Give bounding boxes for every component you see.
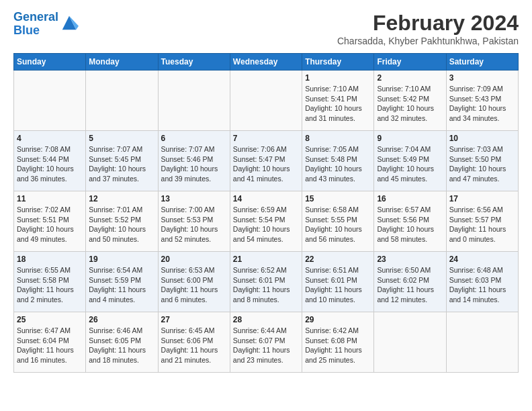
day-cell: 28Sunrise: 6:44 AM Sunset: 6:07 PM Dayli… (230, 312, 302, 373)
day-cell: 12Sunrise: 7:01 AM Sunset: 5:52 PM Dayli… (86, 191, 158, 252)
week-row-2: 4Sunrise: 7:08 AM Sunset: 5:44 PM Daylig… (14, 131, 519, 191)
day-number: 22 (305, 255, 371, 264)
day-info: Sunrise: 6:57 AM Sunset: 5:56 PM Dayligh… (377, 205, 443, 244)
day-number: 11 (17, 194, 83, 203)
day-info: Sunrise: 7:03 AM Sunset: 5:50 PM Dayligh… (449, 144, 515, 184)
day-cell: 6Sunrise: 7:07 AM Sunset: 5:46 PM Daylig… (158, 131, 230, 191)
day-cell (446, 312, 518, 373)
day-number: 29 (305, 315, 371, 324)
day-number: 7 (233, 134, 299, 143)
day-cell: 9Sunrise: 7:04 AM Sunset: 5:49 PM Daylig… (374, 131, 446, 191)
day-info: Sunrise: 7:01 AM Sunset: 5:52 PM Dayligh… (89, 205, 154, 244)
week-row-4: 18Sunrise: 6:55 AM Sunset: 5:58 PM Dayli… (14, 252, 519, 312)
column-header-saturday: Saturday (446, 54, 518, 71)
logo-icon (60, 13, 79, 32)
day-cell: 21Sunrise: 6:52 AM Sunset: 6:01 PM Dayli… (230, 252, 302, 312)
day-info: Sunrise: 6:56 AM Sunset: 5:57 PM Dayligh… (449, 205, 515, 244)
day-number: 20 (161, 255, 227, 264)
column-header-thursday: Thursday (302, 54, 374, 71)
logo: GeneralBlue (13, 11, 79, 38)
day-number: 8 (305, 134, 371, 143)
day-cell: 29Sunrise: 6:42 AM Sunset: 6:08 PM Dayli… (302, 312, 374, 373)
column-header-friday: Friday (374, 54, 446, 71)
day-number: 19 (89, 255, 154, 264)
column-header-sunday: Sunday (14, 54, 86, 71)
day-info: Sunrise: 7:04 AM Sunset: 5:49 PM Dayligh… (377, 144, 443, 184)
week-row-5: 25Sunrise: 6:47 AM Sunset: 6:04 PM Dayli… (14, 312, 519, 373)
day-number: 15 (305, 194, 371, 203)
day-number: 17 (449, 194, 515, 203)
week-row-3: 11Sunrise: 7:02 AM Sunset: 5:51 PM Dayli… (14, 191, 519, 252)
day-info: Sunrise: 6:54 AM Sunset: 5:59 PM Dayligh… (89, 265, 154, 305)
day-cell: 18Sunrise: 6:55 AM Sunset: 5:58 PM Dayli… (14, 252, 86, 312)
day-number: 28 (233, 315, 299, 324)
day-cell: 25Sunrise: 6:47 AM Sunset: 6:04 PM Dayli… (14, 312, 86, 373)
day-number: 10 (449, 134, 515, 143)
day-cell: 8Sunrise: 7:05 AM Sunset: 5:48 PM Daylig… (302, 131, 374, 191)
day-info: Sunrise: 6:51 AM Sunset: 6:01 PM Dayligh… (305, 265, 371, 305)
day-info: Sunrise: 6:58 AM Sunset: 5:55 PM Dayligh… (305, 205, 371, 244)
day-info: Sunrise: 6:50 AM Sunset: 6:02 PM Dayligh… (377, 265, 443, 305)
day-info: Sunrise: 6:42 AM Sunset: 6:08 PM Dayligh… (305, 326, 371, 365)
day-number: 16 (377, 194, 443, 203)
day-number: 13 (161, 194, 227, 203)
day-number: 2 (377, 73, 443, 83)
day-cell: 16Sunrise: 6:57 AM Sunset: 5:56 PM Dayli… (374, 191, 446, 252)
day-cell: 4Sunrise: 7:08 AM Sunset: 5:44 PM Daylig… (14, 131, 86, 191)
day-info: Sunrise: 7:02 AM Sunset: 5:51 PM Dayligh… (17, 205, 83, 244)
day-info: Sunrise: 6:53 AM Sunset: 6:00 PM Dayligh… (161, 265, 227, 305)
day-number: 26 (89, 315, 154, 324)
day-cell (374, 312, 446, 373)
day-cell (86, 71, 158, 131)
calendar-title: February 2024 (337, 11, 519, 36)
day-cell: 7Sunrise: 7:06 AM Sunset: 5:47 PM Daylig… (230, 131, 302, 191)
day-cell: 26Sunrise: 6:46 AM Sunset: 6:05 PM Dayli… (86, 312, 158, 373)
day-info: Sunrise: 7:06 AM Sunset: 5:47 PM Dayligh… (233, 144, 299, 184)
day-cell: 17Sunrise: 6:56 AM Sunset: 5:57 PM Dayli… (446, 191, 518, 252)
calendar-subtitle: Charsadda, Khyber Pakhtunkhwa, Pakistan (337, 36, 519, 46)
day-info: Sunrise: 7:09 AM Sunset: 5:43 PM Dayligh… (449, 84, 515, 124)
day-info: Sunrise: 6:59 AM Sunset: 5:54 PM Dayligh… (233, 205, 299, 244)
day-number: 27 (161, 315, 227, 324)
day-info: Sunrise: 6:55 AM Sunset: 5:58 PM Dayligh… (17, 265, 83, 305)
day-cell: 10Sunrise: 7:03 AM Sunset: 5:50 PM Dayli… (446, 131, 518, 191)
day-info: Sunrise: 6:48 AM Sunset: 6:03 PM Dayligh… (449, 265, 515, 305)
day-cell: 19Sunrise: 6:54 AM Sunset: 5:59 PM Dayli… (86, 252, 158, 312)
title-block: February 2024 Charsadda, Khyber Pakhtunk… (337, 11, 519, 46)
day-info: Sunrise: 7:00 AM Sunset: 5:53 PM Dayligh… (161, 205, 227, 244)
day-cell: 2Sunrise: 7:10 AM Sunset: 5:42 PM Daylig… (374, 71, 446, 131)
day-number: 6 (161, 134, 227, 143)
day-info: Sunrise: 7:08 AM Sunset: 5:44 PM Dayligh… (17, 144, 83, 184)
day-info: Sunrise: 6:46 AM Sunset: 6:05 PM Dayligh… (89, 326, 154, 365)
day-cell: 13Sunrise: 7:00 AM Sunset: 5:53 PM Dayli… (158, 191, 230, 252)
day-number: 14 (233, 194, 299, 203)
day-cell: 24Sunrise: 6:48 AM Sunset: 6:03 PM Dayli… (446, 252, 518, 312)
day-number: 9 (377, 134, 443, 143)
column-header-wednesday: Wednesday (230, 54, 302, 71)
day-info: Sunrise: 6:47 AM Sunset: 6:04 PM Dayligh… (17, 326, 83, 365)
day-cell: 23Sunrise: 6:50 AM Sunset: 6:02 PM Dayli… (374, 252, 446, 312)
day-info: Sunrise: 7:07 AM Sunset: 5:46 PM Dayligh… (161, 144, 227, 184)
day-info: Sunrise: 6:44 AM Sunset: 6:07 PM Dayligh… (233, 326, 299, 365)
day-info: Sunrise: 6:45 AM Sunset: 6:06 PM Dayligh… (161, 326, 227, 365)
day-cell (230, 71, 302, 131)
day-info: Sunrise: 7:07 AM Sunset: 5:45 PM Dayligh… (89, 144, 154, 184)
calendar-body: 1Sunrise: 7:10 AM Sunset: 5:41 PM Daylig… (14, 71, 519, 373)
day-number: 1 (305, 73, 371, 83)
day-cell: 3Sunrise: 7:09 AM Sunset: 5:43 PM Daylig… (446, 71, 518, 131)
day-info: Sunrise: 7:05 AM Sunset: 5:48 PM Dayligh… (305, 144, 371, 184)
day-cell: 20Sunrise: 6:53 AM Sunset: 6:00 PM Dayli… (158, 252, 230, 312)
day-cell: 22Sunrise: 6:51 AM Sunset: 6:01 PM Dayli… (302, 252, 374, 312)
column-header-monday: Monday (86, 54, 158, 71)
column-header-tuesday: Tuesday (158, 54, 230, 71)
day-number: 25 (17, 315, 83, 324)
day-number: 4 (17, 134, 83, 143)
day-number: 23 (377, 255, 443, 264)
day-number: 18 (17, 255, 83, 264)
day-number: 3 (449, 73, 515, 83)
day-info: Sunrise: 7:10 AM Sunset: 5:41 PM Dayligh… (305, 84, 371, 124)
day-info: Sunrise: 7:10 AM Sunset: 5:42 PM Dayligh… (377, 84, 443, 124)
day-number: 12 (89, 194, 154, 203)
day-number: 21 (233, 255, 299, 264)
day-cell (14, 71, 86, 131)
